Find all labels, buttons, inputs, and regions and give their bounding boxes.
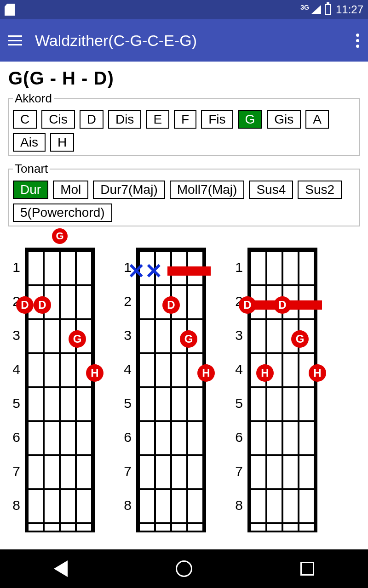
finger-dot: G — [69, 330, 86, 348]
finger-dot: H — [197, 364, 215, 382]
finger-dot: D — [34, 296, 51, 314]
fret-label: 6 — [232, 420, 246, 454]
finger-dot: D — [16, 296, 34, 314]
mute-marker: ✕ — [127, 260, 145, 282]
note-button-cis[interactable]: Cis — [41, 110, 75, 129]
network-type: 3G — [300, 4, 309, 11]
fret-label: 1 — [9, 250, 23, 284]
fret-label: 8 — [9, 488, 23, 522]
android-nav-bar — [0, 549, 368, 588]
mute-marker: ✕ — [145, 260, 163, 282]
mode-button-mol[interactable]: Mol — [53, 181, 88, 199]
tonart-legend: Tonart — [13, 162, 50, 176]
fret-label: 5 — [232, 386, 246, 420]
sdcard-icon — [5, 4, 15, 16]
fret-label: 7 — [9, 454, 23, 488]
mode-button-dur7maj[interactable]: Dur7(Maj) — [93, 181, 165, 199]
note-button-dis[interactable]: Dis — [108, 110, 141, 129]
note-button-c[interactable]: C — [13, 110, 37, 129]
fret-label: 5 — [9, 386, 23, 420]
fret-label: 6 — [9, 420, 23, 454]
finger-dot: H — [256, 364, 274, 382]
mode-button-sus4[interactable]: Sus4 — [249, 181, 293, 199]
note-button-ais[interactable]: Ais — [13, 133, 46, 152]
recent-apps-icon[interactable] — [300, 562, 314, 576]
signal-icon — [311, 5, 321, 14]
chord-heading: G(G - H - D) — [8, 68, 360, 89]
note-button-e[interactable]: E — [146, 110, 169, 129]
battery-icon — [325, 4, 331, 15]
finger-dot: D — [162, 296, 180, 314]
finger-dot: H — [86, 364, 104, 382]
fret-label: 3 — [232, 318, 246, 352]
fret-label: 4 — [9, 352, 23, 386]
back-button-icon[interactable] — [54, 560, 68, 577]
fret-label: 3 — [9, 318, 23, 352]
mode-button-sus2[interactable]: Sus2 — [298, 181, 342, 199]
fret-label: 1 — [232, 250, 246, 284]
fret-label: 8 — [232, 488, 246, 522]
overflow-menu-icon[interactable] — [356, 34, 360, 48]
clock: 11:27 — [336, 3, 363, 16]
fret-label: 8 — [121, 488, 134, 522]
finger-dot: D — [274, 296, 291, 314]
note-button-d[interactable]: D — [80, 110, 104, 129]
fret-label: 7 — [121, 454, 134, 488]
note-button-f[interactable]: F — [174, 110, 196, 129]
note-button-gis[interactable]: Gis — [267, 110, 301, 129]
fret-label: 4 — [121, 352, 134, 386]
barre — [167, 266, 211, 276]
hamburger-menu-icon[interactable] — [8, 35, 22, 45]
app-bar: Waldzither(C-G-C-E-G) — [0, 19, 368, 62]
home-button-icon[interactable] — [176, 560, 192, 577]
tonart-group: Tonart DurMolDur7(Maj)Moll7(Maj)Sus4Sus2… — [8, 162, 360, 226]
android-status-bar: 3G 11:27 — [0, 0, 368, 19]
app-title: Waldzither(C-G-C-E-G) — [35, 32, 343, 50]
open-note: G — [52, 228, 68, 244]
note-button-g[interactable]: G — [238, 110, 263, 129]
finger-dot: G — [180, 330, 197, 348]
note-button-h[interactable]: H — [50, 133, 74, 152]
fret-label: 2 — [121, 284, 134, 318]
fret-label: 3 — [121, 318, 134, 352]
mode-button-moll7maj[interactable]: Moll7(Maj) — [170, 181, 245, 199]
finger-dot: G — [291, 330, 309, 348]
finger-dot: H — [309, 364, 326, 382]
akkord-group: Akkord CCisDDisEFFisGGisAAisH — [8, 91, 360, 156]
fret-label: 5 — [121, 386, 134, 420]
finger-dot: D — [239, 296, 256, 314]
chord-diagrams: G12345678DDGH12345678✕✕DGH12345678DDGHH — [8, 245, 360, 248]
mode-button-dur[interactable]: Dur — [13, 181, 48, 199]
fret-label: 4 — [232, 352, 246, 386]
fret-label: 7 — [232, 454, 246, 488]
mode-button-5powerchord[interactable]: 5(Powerchord) — [13, 204, 112, 222]
akkord-legend: Akkord — [13, 91, 54, 106]
note-button-a[interactable]: A — [305, 110, 329, 129]
fret-label: 6 — [121, 420, 134, 454]
note-button-fis[interactable]: Fis — [201, 110, 233, 129]
